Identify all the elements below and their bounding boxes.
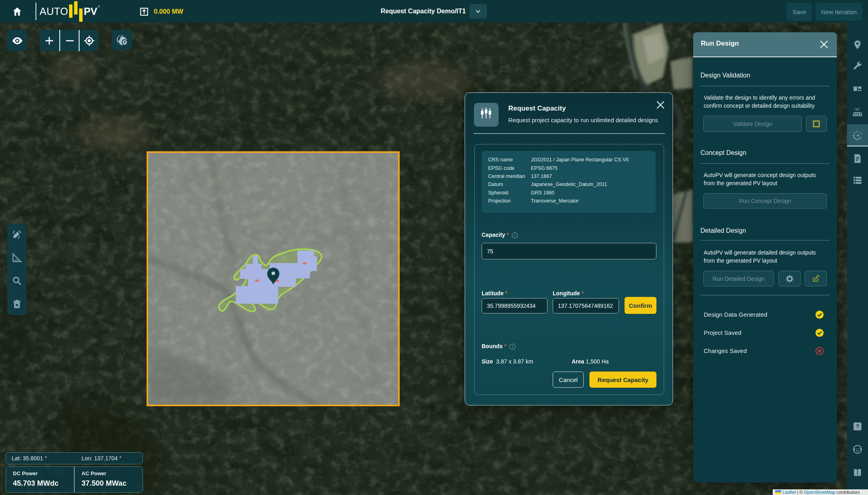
svg-text:TM: TM	[98, 5, 100, 8]
svg-text:AUTO: AUTO	[40, 6, 68, 17]
svg-text:?: ?	[856, 423, 860, 430]
svg-text:PV: PV	[84, 6, 98, 17]
